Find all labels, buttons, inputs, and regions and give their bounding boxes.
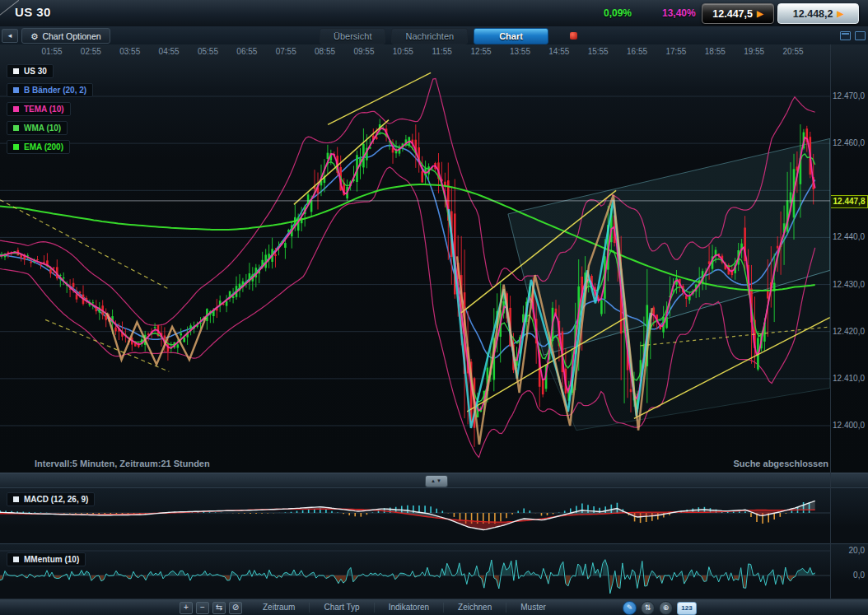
price-tick-label: 12.420,0 — [830, 327, 865, 336]
time-tick-label: 14:55 — [539, 47, 579, 56]
legend-bullet-icon — [13, 87, 19, 93]
sell-button[interactable]: 12.447,5 ▶ — [702, 3, 774, 24]
trading-app-window: US 30 0,09% 13,40% 12.447,5 ▶ 12.448,2 ▶… — [0, 0, 868, 615]
legend-item-3[interactable]: WMA (10) — [7, 121, 68, 135]
time-tick-label: 06:55 — [227, 47, 267, 56]
legend-item-4[interactable]: EMA (200) — [7, 140, 70, 154]
price-tick-label: 12.440,0 — [830, 232, 865, 241]
price-axis-separator — [830, 44, 831, 599]
time-tick-label: 12:55 — [461, 47, 501, 56]
plot-layer — [0, 72, 830, 457]
time-tick-label: 20:55 — [773, 47, 813, 56]
zoom-tools: + − ⇆ ⊘ — [180, 602, 242, 614]
sell-price: 12.447,5 — [712, 8, 753, 20]
draw-icon[interactable]: ✎ — [623, 601, 637, 615]
time-tick-label: 09:55 — [344, 47, 384, 56]
time-tick-label: 15:55 — [578, 47, 618, 56]
main-chart-panel: 01:5502:5503:5504:5505:5506:5507:5508:55… — [0, 44, 868, 473]
view-tabs: Übersicht Nachrichten Chart — [320, 28, 548, 44]
time-tick-label: 10:55 — [383, 47, 422, 56]
price-tick-label: 12.460,0 — [830, 138, 865, 147]
scroll-icon[interactable]: ⇅ — [641, 601, 655, 615]
current-price-tag: 12.447,8 — [830, 195, 868, 208]
drawing-tools: ✎ ⇅ ⊕ 123 — [623, 601, 697, 615]
zeitraum-button[interactable]: Zeitraum — [249, 601, 309, 614]
gear-icon: ⚙ — [30, 31, 38, 41]
minimize-icon[interactable] — [840, 31, 851, 40]
crosshair-icon[interactable]: ⊕ — [659, 601, 673, 615]
clear-icon[interactable]: ⊘ — [229, 602, 242, 614]
legend-bullet-icon — [13, 68, 19, 74]
bottom-toolbar: + − ⇆ ⊘ Zeitraum Chart Typ Indikatoren Z… — [0, 599, 868, 615]
range-percent: 13,40% — [662, 7, 696, 19]
search-status: Suche abgeschlossen — [733, 459, 828, 468]
macd-label: MACD (12, 26, 9) — [24, 495, 88, 504]
chart-menu-buttons: Zeitraum Chart Typ Indikatoren Zeichnen … — [249, 601, 560, 614]
price-tick-label: 12.470,0 — [830, 91, 865, 100]
momentum-axis-20: 20,0 — [832, 546, 865, 555]
time-tick-label: 02:55 — [71, 47, 110, 56]
time-tick-label: 07:55 — [266, 47, 306, 56]
macd-panel: MACD (12, 26, 9) — [0, 487, 868, 544]
interval-status: Intervall:5 Minuten, Zeitraum:21 Stunden — [35, 459, 210, 468]
price-tick-label: 12.430,0 — [830, 280, 865, 289]
instrument-title: US 30 — [15, 5, 51, 19]
chart-options-label: Chart Optionen — [42, 31, 100, 41]
time-tick-label: 08:55 — [306, 47, 345, 56]
sell-arrow-icon: ▶ — [757, 9, 763, 18]
zoom-out-icon[interactable]: − — [196, 602, 209, 614]
restore-icon[interactable] — [855, 31, 866, 40]
legend-item-1[interactable]: B Bänder (20, 2) — [7, 83, 93, 97]
time-tick-label: 05:55 — [188, 47, 227, 56]
time-tick-label: 16:55 — [618, 47, 657, 56]
splitter-handle-button[interactable]: ▲▼ — [425, 475, 448, 487]
legend-item-0[interactable]: US 30 — [7, 64, 54, 78]
price-tick-label: 12.410,0 — [830, 374, 865, 383]
legend-item-label: EMA (200) — [24, 142, 63, 151]
time-tick-label: 19:55 — [735, 47, 774, 56]
chart-toolbar: ◂ ⚙ Chart Optionen Übersicht Nachrichten… — [0, 26, 868, 45]
muster-button[interactable]: Muster — [506, 601, 560, 614]
macd-canvas — [0, 488, 868, 544]
change-percent: 0,09% — [604, 7, 632, 19]
indicator-legend: US 30B Bänder (20, 2)TEMA (10)WMA (10)EM… — [7, 64, 93, 154]
legend-bullet-icon — [13, 125, 19, 131]
time-tick-label: 13:55 — [500, 47, 539, 56]
legend-item-2[interactable]: TEMA (10) — [7, 102, 71, 116]
time-tick-label: 18:55 — [695, 47, 735, 56]
time-tick-label: 03:55 — [110, 47, 150, 56]
legend-bullet-icon — [13, 106, 19, 112]
buy-button[interactable]: 12.448,2 ▶ — [777, 3, 859, 24]
time-tick-label: 01:55 — [32, 47, 72, 56]
momentum-label-box[interactable]: MMentum (10) — [7, 552, 86, 566]
macd-label-box[interactable]: MACD (12, 26, 9) — [7, 492, 95, 506]
alert-icon[interactable] — [570, 32, 577, 40]
legend-item-label: B Bänder (20, 2) — [24, 86, 86, 95]
time-tick-label: 04:55 — [149, 47, 189, 56]
momentum-bullet-icon — [13, 557, 19, 562]
momentum-canvas — [0, 544, 868, 599]
chart-options-button[interactable]: ⚙ Chart Optionen — [21, 28, 110, 44]
collapse-legend-button[interactable]: ◂ — [2, 29, 18, 43]
window-controls — [840, 31, 866, 40]
time-tick-label: 11:55 — [422, 47, 462, 56]
chart-canvas[interactable] — [0, 44, 868, 473]
keypad-icon[interactable]: 123 — [677, 602, 697, 615]
legend-item-label: WMA (10) — [24, 123, 61, 133]
indikatoren-button[interactable]: Indikatoren — [375, 601, 443, 614]
tab-nachrichten[interactable]: Nachrichten — [391, 28, 468, 44]
zoom-in-icon[interactable]: + — [180, 602, 193, 614]
pan-icon[interactable]: ⇆ — [212, 602, 226, 614]
legend-item-label: US 30 — [24, 67, 47, 76]
buy-price: 12.448,2 — [793, 8, 833, 20]
panel-splitter[interactable]: ▲▼ — [0, 473, 868, 488]
tab-uebersicht[interactable]: Übersicht — [320, 28, 385, 44]
tab-chart[interactable]: Chart — [474, 28, 548, 44]
price-tick-label: 12.400,0 — [830, 421, 865, 430]
chart-typ-button[interactable]: Chart Typ — [310, 601, 373, 614]
zeichnen-button[interactable]: Zeichnen — [444, 601, 506, 614]
momentum-panel: MMentum (10) 20,0 0,0 — [0, 543, 868, 599]
buy-arrow-icon: ▶ — [837, 9, 843, 18]
instrument-header: US 30 0,09% 13,40% 12.447,5 ▶ 12.448,2 ▶ — [0, 0, 868, 27]
legend-item-label: TEMA (10) — [24, 105, 64, 114]
